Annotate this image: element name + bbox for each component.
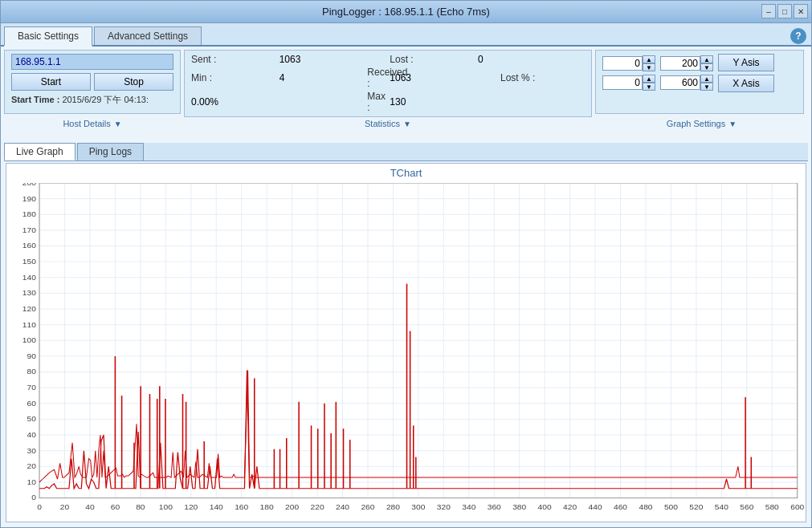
svg-text:240: 240: [336, 502, 350, 511]
x-min-up[interactable]: ▲: [643, 75, 655, 83]
x-axis-labels-2: 0 20 40 60 80 100 120 140 160 180 200 22…: [37, 502, 805, 511]
x-axis-button[interactable]: X Asis: [718, 75, 774, 92]
y-max-input[interactable]: [660, 56, 700, 71]
svg-text:80: 80: [136, 502, 145, 511]
svg-text:170: 170: [22, 225, 37, 234]
start-button[interactable]: Start: [11, 73, 91, 91]
lost-pct-value: 0.00%: [191, 96, 273, 108]
minimize-button[interactable]: –: [761, 4, 776, 18]
svg-text:480: 480: [639, 502, 653, 511]
tab-advanced-settings[interactable]: Advanced Settings: [94, 26, 202, 45]
main-window: PingLogger : 168.95.1.1 (Echo 7ms) – □ ✕…: [0, 0, 812, 528]
statistics-wrapper: Sent : 1063 Lost : 0 Min : 4 Received : …: [184, 50, 592, 128]
graph-settings-icon: ▼: [728, 120, 737, 128]
svg-text:180: 180: [260, 502, 275, 511]
y-min-spinner-btns: ▲ ▼: [643, 55, 655, 71]
svg-text:300: 300: [411, 502, 426, 511]
svg-text:260: 260: [361, 502, 375, 511]
svg-text:10: 10: [27, 477, 37, 486]
svg-text:340: 340: [462, 502, 476, 511]
start-time-label: Start Time :: [11, 95, 59, 104]
svg-text:160: 160: [22, 242, 37, 250]
svg-text:280: 280: [386, 502, 401, 511]
svg-text:130: 130: [22, 289, 37, 298]
y-min-input[interactable]: [602, 56, 643, 71]
svg-text:360: 360: [488, 502, 502, 511]
host-input[interactable]: [11, 54, 173, 70]
x-max-down[interactable]: ▼: [700, 83, 713, 91]
help-icon[interactable]: ?: [790, 28, 806, 44]
svg-text:400: 400: [538, 502, 553, 511]
lost-pct-label: Lost % :: [500, 72, 585, 83]
svg-text:20: 20: [27, 461, 37, 470]
chart-container: 0 10 20 30 40 50 60 70 80 90 100 110 120…: [6, 183, 806, 522]
svg-text:40: 40: [85, 502, 95, 511]
tab-live-graph[interactable]: Live Graph: [4, 143, 75, 160]
title-bar: PingLogger : 168.95.1.1 (Echo 7ms) – □ ✕: [1, 1, 811, 23]
svg-text:200: 200: [285, 502, 300, 511]
y-axis-labels: 0 10 20 30 40 50 60 70 80 90 100 110 120…: [22, 183, 37, 502]
svg-text:0: 0: [31, 493, 36, 502]
tab-basic-settings[interactable]: Basic Settings: [4, 26, 92, 47]
stop-button[interactable]: Stop: [94, 73, 173, 91]
svg-text:0: 0: [37, 502, 42, 511]
x-max-input[interactable]: [660, 75, 700, 90]
svg-text:100: 100: [22, 335, 37, 344]
y-min-spinner: ▲ ▼: [602, 55, 655, 71]
svg-text:70: 70: [27, 383, 37, 392]
window-controls: – □ ✕: [761, 4, 808, 18]
spinners-column-2: ▲ ▼ ▲ ▼: [660, 55, 713, 91]
y-max-spinner-btns: ▲ ▼: [700, 55, 713, 71]
maximize-button[interactable]: □: [777, 4, 792, 18]
x-min-input[interactable]: [602, 75, 643, 90]
start-time-row: Start Time : 2015/6/29 下午 04:13:: [11, 94, 173, 106]
tab-ping-logs[interactable]: Ping Logs: [77, 143, 144, 160]
close-button[interactable]: ✕: [794, 4, 808, 18]
x-max-spinner-btns: ▲ ▼: [700, 75, 713, 91]
y-min-down[interactable]: ▼: [643, 63, 655, 71]
svg-text:520: 520: [689, 502, 704, 511]
y-max-up[interactable]: ▲: [700, 55, 713, 63]
start-time-value: 2015/6/29 下午 04:13:: [62, 95, 149, 104]
received-label: Received :: [367, 67, 383, 89]
main-tab-bar: Basic Settings Advanced Settings ?: [1, 23, 811, 47]
statistics-label: Statistics: [365, 119, 400, 128]
sent-value: 1063: [280, 54, 361, 65]
y-max-down[interactable]: ▼: [700, 63, 713, 71]
svg-text:380: 380: [512, 502, 527, 511]
svg-text:140: 140: [210, 502, 224, 511]
x-max-up[interactable]: ▲: [700, 75, 713, 83]
svg-text:110: 110: [22, 320, 37, 329]
max-label: Max :: [367, 91, 383, 113]
graph-area: TChart: [6, 163, 806, 522]
svg-text:190: 190: [22, 194, 37, 203]
panels-row: Start Stop Start Time : 2015/6/29 下午 04:…: [4, 50, 808, 128]
sub-tab-bar: Live Graph Ping Logs: [4, 143, 808, 161]
x-max-spinner: ▲ ▼: [660, 75, 713, 91]
host-btn-row: Start Stop: [11, 73, 173, 91]
y-min-up[interactable]: ▲: [643, 55, 655, 63]
svg-text:50: 50: [27, 415, 37, 424]
host-details-icon: ▼: [114, 120, 122, 128]
chart-svg: 0 10 20 30 40 50 60 70 80 90 100 110 120…: [6, 183, 806, 522]
svg-text:500: 500: [664, 502, 679, 511]
svg-text:200: 200: [22, 183, 37, 187]
x-min-spinner: ▲ ▼: [602, 75, 655, 91]
svg-text:560: 560: [740, 502, 754, 511]
svg-text:150: 150: [22, 257, 37, 266]
svg-text:20: 20: [60, 502, 70, 511]
svg-text:160: 160: [235, 502, 249, 511]
x-min-down[interactable]: ▼: [643, 83, 655, 91]
axis-buttons: Y Asis X Asis: [718, 54, 774, 92]
svg-text:100: 100: [159, 502, 173, 511]
sent-label: Sent :: [191, 54, 273, 65]
svg-text:30: 30: [27, 446, 37, 455]
graph-settings-label: Graph Settings: [667, 119, 725, 128]
min-value: 4: [280, 72, 361, 83]
svg-text:220: 220: [311, 502, 325, 511]
svg-text:540: 540: [715, 502, 729, 511]
y-axis-button[interactable]: Y Asis: [718, 54, 774, 71]
min-label: Min :: [191, 72, 273, 83]
svg-text:80: 80: [27, 368, 37, 376]
host-details-footer: Host Details ▼: [4, 119, 181, 128]
